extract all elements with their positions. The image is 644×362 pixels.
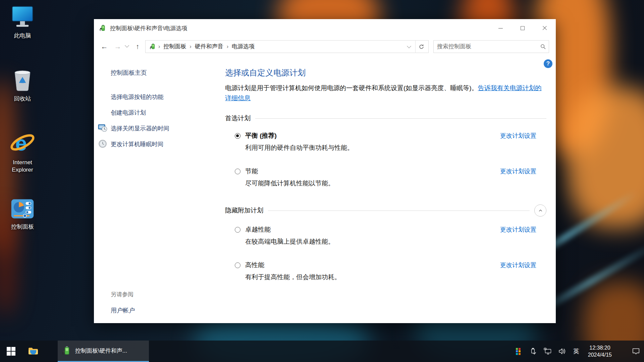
sleep-clock-icon — [98, 139, 107, 148]
plan-name[interactable]: 节能 — [245, 167, 258, 176]
control-panel-window: 控制面板\硬件和声音\电源选项 ← → ↑ 控制面板 硬件和声音 电源选项 — [94, 19, 556, 323]
navigation-bar: ← → ↑ 控制面板 硬件和声音 电源选项 — [94, 37, 556, 56]
desktop-icon-label: 此电脑 — [3, 32, 42, 40]
sidebar-item-label: 选择关闭显示器的时间 — [111, 125, 169, 132]
chevron-up-icon — [538, 208, 543, 213]
breadcrumb-control-panel[interactable]: 控制面板 — [161, 41, 189, 53]
sidebar-item-user-accounts[interactable]: 用户帐户 — [111, 306, 135, 314]
change-plan-settings-link-high-performance[interactable]: 更改计划设置 — [500, 261, 536, 269]
change-plan-settings-link-balanced[interactable]: 更改计划设置 — [500, 132, 536, 140]
main-content: 选择或自定义电源计划 电源计划是用于管理计算机如何使用电源的一套硬件和系统设置(… — [225, 56, 546, 323]
window-title: 控制面板\硬件和声音\电源选项 — [110, 24, 489, 32]
action-center-icon — [632, 348, 640, 355]
breadcrumb-power-options[interactable]: 电源选项 — [229, 41, 257, 53]
plan-power-saver-row: 节能 更改计划设置 — [225, 167, 546, 176]
action-center-button[interactable] — [632, 347, 640, 355]
language-indicator[interactable]: 英 — [573, 347, 579, 355]
window-titlebar[interactable]: 控制面板\硬件和声音\电源选项 — [94, 19, 556, 37]
search-input[interactable] — [434, 43, 537, 50]
file-explorer-icon — [28, 347, 38, 356]
radio-balanced[interactable] — [235, 133, 240, 139]
sidebar-item-control-panel-home[interactable]: 控制面板主页 — [111, 69, 222, 77]
control-panel-icon — [3, 194, 42, 221]
sidebar-item-display-off-time[interactable]: 选择关闭显示器的时间 — [111, 124, 222, 132]
clock-time: 12:38:20 — [588, 344, 612, 351]
usb-device-icon[interactable] — [529, 347, 537, 355]
search-button[interactable] — [537, 44, 549, 50]
plan-high-performance-row: 高性能 更改计划设置 — [225, 261, 546, 269]
plan-name[interactable]: 卓越性能 — [245, 225, 271, 234]
network-display-icon[interactable] — [544, 347, 552, 355]
up-button[interactable]: ↑ — [132, 43, 143, 51]
maximize-icon — [521, 26, 525, 30]
back-button[interactable]: ← — [99, 43, 110, 51]
window-body: 控制面板主页 选择电源按钮的功能 创建电源计划 选择关闭显示器的时间 — [94, 56, 556, 323]
taskbar-clock[interactable]: 12:38:20 2024/4/15 — [586, 344, 614, 358]
maximize-button[interactable] — [512, 19, 534, 37]
desktop-icon-recycle-bin[interactable]: 回收站 — [3, 66, 42, 103]
change-plan-settings-link-power-saver[interactable]: 更改计划设置 — [500, 167, 536, 175]
taskbar-app-label: 控制面板\硬件和声... — [75, 347, 127, 355]
section-preferred-plans: 首选计划 — [225, 114, 546, 123]
sidebar-item-power-buttons[interactable]: 选择电源按钮的功能 — [111, 93, 222, 101]
plan-balanced-row: 平衡 (推荐) 更改计划设置 — [225, 131, 546, 140]
taskbar-app-control-panel[interactable]: 控制面板\硬件和声... — [58, 341, 149, 362]
radio-high-performance[interactable] — [235, 262, 240, 268]
page-title: 选择或自定义电源计划 — [225, 67, 546, 78]
power-options-icon — [99, 24, 107, 32]
plan-description: 利用可用的硬件自动平衡功耗与性能。 — [245, 143, 546, 152]
tray-app-grid-icon[interactable] — [514, 347, 522, 355]
refresh-button[interactable] — [416, 41, 427, 53]
plan-ultimate-row: 卓越性能 更改计划设置 — [225, 225, 546, 234]
plan-name[interactable]: 平衡 (推荐) — [245, 131, 277, 140]
sidebar: 控制面板主页 选择电源按钮的功能 创建电源计划 选择关闭显示器的时间 — [94, 56, 225, 323]
address-bar[interactable]: 控制面板 硬件和声音 电源选项 — [145, 40, 429, 53]
file-explorer-button[interactable] — [22, 341, 44, 362]
close-icon — [542, 26, 547, 31]
section-title: 隐藏附加计划 — [225, 206, 263, 215]
refresh-icon — [419, 44, 424, 50]
recycle-bin-icon — [3, 66, 42, 93]
search-box[interactable] — [433, 40, 549, 53]
collapse-section-button[interactable] — [534, 204, 546, 217]
minimize-button[interactable] — [489, 19, 512, 37]
volume-icon[interactable] — [558, 347, 567, 355]
radio-power-saver[interactable] — [235, 169, 240, 174]
divider — [255, 118, 546, 119]
this-pc-icon — [3, 3, 42, 30]
power-options-icon — [150, 43, 156, 50]
sidebar-item-sleep-time[interactable]: 更改计算机睡眠时间 — [111, 140, 222, 148]
plan-description: 尽可能降低计算机性能以节能。 — [245, 179, 546, 188]
breadcrumb-separator-icon — [189, 44, 192, 50]
section-hidden-plans: 隐藏附加计划 — [225, 204, 546, 217]
desktop-icon-label: 控制面板 — [3, 223, 42, 231]
minimize-icon — [498, 28, 503, 28]
breadcrumb-hardware-sound[interactable]: 硬件和声音 — [192, 41, 226, 53]
taskbar: 控制面板\硬件和声... — [0, 341, 644, 362]
plan-name[interactable]: 高性能 — [245, 261, 264, 269]
close-button[interactable] — [534, 19, 556, 37]
sidebar-item-create-plan[interactable]: 创建电源计划 — [111, 109, 222, 117]
desktop-icon-this-pc[interactable]: 此电脑 — [3, 3, 42, 40]
address-dropdown-button[interactable] — [404, 41, 415, 53]
radio-ultimate-performance[interactable] — [235, 227, 240, 233]
system-tray: 英 12:38:20 2024/4/15 — [514, 344, 644, 358]
power-options-icon — [62, 346, 72, 356]
recent-pages-button[interactable] — [125, 44, 130, 50]
forward-button[interactable]: → — [112, 43, 123, 51]
search-icon — [540, 44, 546, 50]
svg-text:e: e — [15, 131, 27, 155]
desktop: 此电脑 回收站 e Internet Explorer — [0, 0, 644, 362]
chevron-down-icon — [125, 43, 129, 48]
clock-date: 2024/4/15 — [588, 351, 612, 358]
desktop-icon-label: 回收站 — [3, 95, 42, 103]
desktop-icon-control-panel[interactable]: 控制面板 — [3, 194, 42, 231]
windows-logo-icon — [7, 347, 15, 356]
intro-text: 电源计划是用于管理计算机如何使用电源的一套硬件和系统设置(如显示器亮度、睡眠等)… — [225, 84, 478, 92]
start-button[interactable] — [0, 341, 22, 362]
desktop-icon-internet-explorer[interactable]: e Internet Explorer — [3, 129, 42, 174]
change-plan-settings-link-ultimate[interactable]: 更改计划设置 — [500, 226, 536, 234]
plan-description: 在较高端电脑上提供卓越性能。 — [245, 237, 546, 246]
see-also-header: 另请参阅 — [111, 291, 135, 298]
chevron-down-icon — [407, 44, 411, 48]
